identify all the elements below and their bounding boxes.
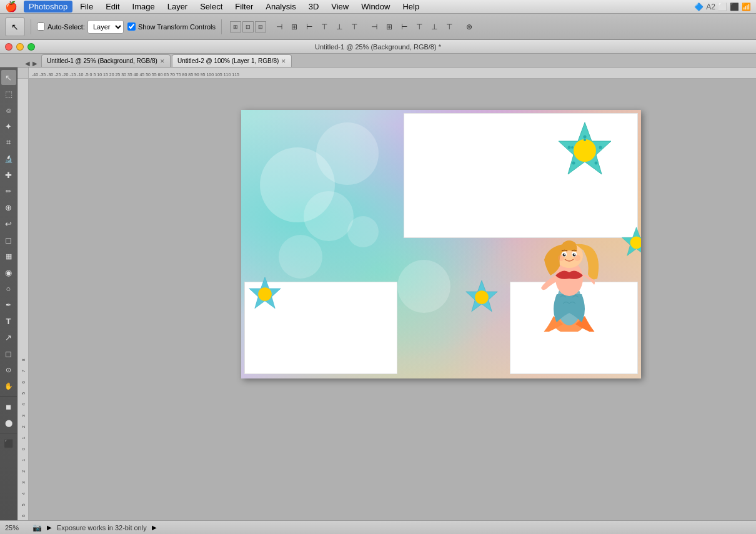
menu-image[interactable]: Image (127, 1, 160, 12)
svg-point-22 (599, 146, 602, 149)
show-transform-group: Show Transform Controls (127, 22, 216, 31)
tool-shape[interactable]: ◻ (1, 346, 16, 361)
mermaid-character (529, 207, 610, 332)
apple-menu-icon[interactable]: 🍎 (5, 1, 17, 12)
tool-screen-mode[interactable]: ⬛ (1, 436, 16, 451)
tab-untitled1[interactable]: Untitled-1 @ 25% (Background, RGB/8) ✕ (41, 54, 171, 67)
menu-layer[interactable]: Layer (162, 1, 193, 12)
display-icon: ⬜ (718, 2, 727, 11)
menu-3d[interactable]: 3D (304, 1, 324, 12)
svg-point-13 (574, 255, 580, 261)
align-center-h-icon[interactable]: ⊞ (287, 20, 301, 34)
tool-history[interactable]: ↩ (1, 216, 16, 231)
menu-window[interactable]: Window (356, 1, 395, 12)
align-center-v-icon[interactable]: ⊥ (332, 20, 346, 34)
distribute-center-h-icon[interactable]: ⊞ (382, 20, 396, 34)
show-transform-checkbox[interactable] (127, 22, 136, 31)
status-info-text: Exposure works in 32-bit only (57, 524, 147, 532)
align-right-icon[interactable]: ⊢ (302, 20, 316, 34)
auto-select-dropdown[interactable]: Layer (87, 20, 124, 34)
tool-pen[interactable]: ✒ (1, 297, 16, 312)
tool-foreground-bg[interactable]: ◼ (1, 399, 16, 414)
svg-point-19 (571, 146, 574, 149)
auto-select-checkbox[interactable] (37, 22, 45, 31)
tool-move[interactable]: ↖ (1, 70, 16, 85)
tabs-bar: ◀ ▶ Untitled-1 @ 25% (Background, RGB/8)… (0, 54, 756, 67)
window-close-button[interactable] (5, 43, 12, 51)
menu-analysis[interactable]: Analysis (261, 1, 301, 12)
transform-icon-1[interactable]: ⊞ (230, 21, 241, 32)
menu-edit[interactable]: Edit (101, 1, 124, 12)
tool-lasso[interactable]: ⌾ (1, 102, 16, 117)
bluetooth-icon: 🔷 (694, 2, 704, 11)
tool-eyedropper[interactable]: 🔬 (1, 151, 16, 166)
starfish-bottom-left (463, 279, 500, 316)
tool-eraser[interactable]: ◻ (1, 232, 16, 247)
menu-photoshop[interactable]: Photoshop (24, 1, 72, 12)
tab-scroll-left-icon[interactable]: ◀ (25, 60, 30, 67)
toolbar-separator-1 (31, 19, 31, 34)
align-top-icon[interactable]: ⊤ (317, 20, 331, 34)
distribute-left-icon[interactable]: ⊣ (367, 20, 381, 34)
distribute-center-v-icon[interactable]: ⊥ (427, 20, 441, 34)
auto-align-icon[interactable]: ⊛ (462, 20, 476, 34)
tool-clone[interactable]: ⊕ (1, 200, 16, 215)
svg-point-20 (572, 162, 575, 165)
tab-untitled2[interactable]: Untitled-2 @ 100% (Layer 1, RGB/8) ✕ (172, 54, 292, 67)
tab-untitled2-close[interactable]: ✕ (281, 58, 286, 64)
ruler-row: -40 -35 -30 -25 -20 -15 -10 -5 0 5 10 15… (17, 67, 756, 79)
distribute-right-icon[interactable]: ⊢ (397, 20, 411, 34)
battery-icon: ⬛ (730, 2, 739, 11)
svg-point-26 (475, 290, 489, 304)
tool-brush[interactable]: ✏ (1, 184, 16, 199)
transform-icon-3[interactable]: ⊟ (255, 21, 266, 32)
tool-blur[interactable]: ◉ (1, 265, 16, 280)
main-layout: ↖ ⬚ ⌾ ✦ ⌗ 🔬 ✚ ✏ ⊕ ↩ ◻ ▦ ◉ ○ ✒ T ↗ ◻ ⊙ ✋ … (0, 67, 756, 520)
document-canvas (241, 110, 641, 378)
distribute-top-icon[interactable]: ⊤ (412, 20, 426, 34)
align-left-icon[interactable]: ⊣ (272, 20, 286, 34)
svg-point-28 (258, 287, 272, 301)
tab-scroll-right-icon[interactable]: ▶ (32, 60, 37, 67)
menu-view[interactable]: View (326, 1, 354, 12)
wifi-icon: 📶 (742, 2, 751, 11)
svg-point-18 (568, 146, 571, 149)
network-icon: A2 (706, 2, 715, 11)
tool-crop[interactable]: ⌗ (1, 135, 16, 150)
window-title: Untitled-1 @ 25% (Background, RGB/8) * (315, 43, 441, 51)
menu-file[interactable]: File (75, 1, 98, 12)
status-arrow-right[interactable]: ▶ (47, 524, 52, 531)
window-maximize-button[interactable] (27, 43, 35, 51)
svg-point-11 (574, 254, 575, 255)
move-tool-button[interactable]: ↖ (5, 17, 25, 36)
canvas-area: -40 -35 -30 -25 -20 -15 -10 -5 0 5 10 15… (17, 67, 756, 520)
menu-help[interactable]: Help (397, 1, 424, 12)
left-ruler: 6 5 4 3 2 1 0 1 2 3 4 5 6 7 8 (17, 79, 29, 520)
auto-select-label: Auto-Select: (47, 23, 85, 31)
tool-hand[interactable]: ✋ (1, 378, 16, 393)
tool-wand[interactable]: ✦ (1, 119, 16, 134)
menu-select[interactable]: Select (195, 1, 227, 12)
tool-path-select[interactable]: ↗ (1, 330, 16, 345)
transform-icon-2[interactable]: ⊡ (242, 21, 254, 32)
tool-text[interactable]: T (1, 314, 16, 329)
svg-point-16 (584, 136, 587, 139)
distribute-bottom-icon[interactable]: ⊤ (442, 20, 456, 34)
tool-selection[interactable]: ⬚ (1, 86, 16, 101)
tab-untitled1-close[interactable]: ✕ (160, 58, 165, 64)
tool-zoom-tool[interactable]: ⊙ (1, 362, 16, 377)
tool-dodge[interactable]: ○ (1, 281, 16, 296)
align-bottom-icon[interactable]: ⊤ (347, 20, 361, 34)
canvas-scroll[interactable] (29, 79, 756, 520)
toolbar-separator-2 (221, 19, 222, 34)
tab-untitled1-label: Untitled-1 @ 25% (Background, RGB/8) (47, 57, 157, 64)
window-minimize-button[interactable] (16, 43, 24, 51)
tool-gradient[interactable]: ▦ (1, 249, 16, 264)
ruler-corner (17, 67, 29, 79)
status-camera-icon[interactable]: 📷 (32, 523, 42, 532)
menu-filter[interactable]: Filter (230, 1, 258, 12)
tools-separator (0, 396, 17, 397)
tool-quickmask[interactable]: ⬤ (1, 415, 16, 430)
tool-heal[interactable]: ✚ (1, 167, 16, 182)
status-info-arrow[interactable]: ▶ (152, 524, 157, 531)
